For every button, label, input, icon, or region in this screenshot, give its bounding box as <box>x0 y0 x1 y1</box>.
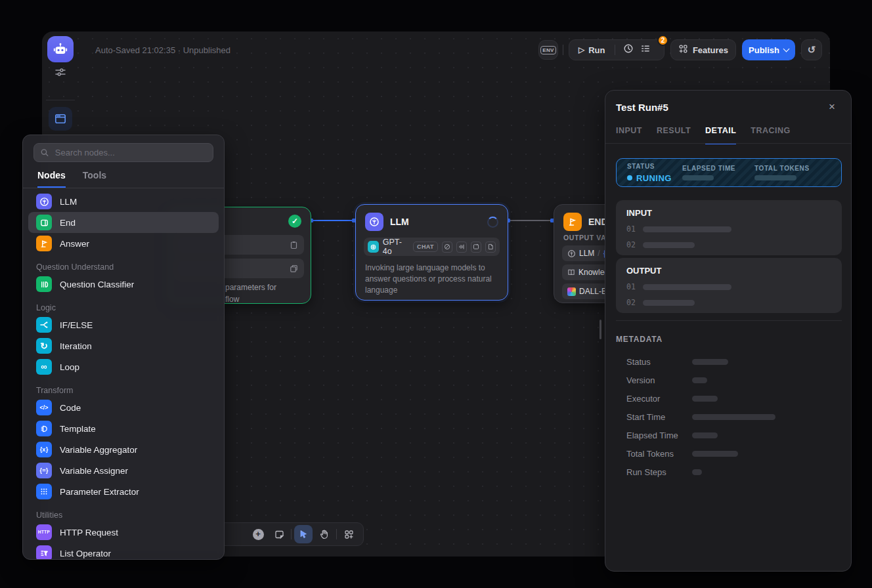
node-item-loop[interactable]: ∞ Loop <box>28 356 219 377</box>
running-dot-icon <box>627 175 632 180</box>
node-item-ifelse[interactable]: IF/ELSE <box>28 314 219 335</box>
llm-node[interactable]: LLM GPT-4o CHAT Invoking large language … <box>355 204 508 301</box>
document-capability-icon <box>485 242 496 253</box>
node-picker-panel: Nodes Tools LLM End Answer Question Unde… <box>22 135 225 560</box>
autosave-status: Auto-Saved 21:02:35 · Unpublished <box>95 45 230 55</box>
add-note-button[interactable] <box>270 525 288 543</box>
hand-icon <box>319 529 330 539</box>
run-button[interactable]: ▷ Run <box>569 45 615 55</box>
node-item-variable-aggregator[interactable]: {x} Variable Aggregator <box>28 439 219 460</box>
node-list: LLM End Answer Question Understand Quest… <box>23 188 224 559</box>
run-group-divider <box>615 45 615 55</box>
node-item-llm[interactable]: LLM <box>28 191 219 212</box>
end-icon <box>36 215 52 230</box>
tabs-divider <box>605 143 851 144</box>
node-item-parameter-extractor[interactable]: Parameter Extractor <box>28 481 219 502</box>
node-item-list-operator[interactable]: List Operator <box>28 543 219 559</box>
output-skeleton <box>643 284 731 290</box>
input-card: INPUT 01 02 <box>616 200 842 255</box>
tab-nodes[interactable]: Nodes <box>37 170 66 188</box>
loop-icon: ∞ <box>36 359 52 375</box>
preview-window-button[interactable] <box>49 107 72 131</box>
node-section-logic: Logic <box>23 295 224 314</box>
tab-tools[interactable]: Tools <box>83 170 106 188</box>
env-button[interactable]: ENV <box>538 40 558 60</box>
metadata-skeleton <box>692 414 775 420</box>
output-card: OUTPUT 01 02 <box>616 258 842 313</box>
checklist-icon[interactable] <box>640 43 651 56</box>
metadata-divider <box>616 320 842 321</box>
tab-input[interactable]: INPUT <box>616 126 642 144</box>
knowledge-icon <box>567 268 575 276</box>
history-icon: ↺ <box>808 44 816 56</box>
node-item-variable-assigner[interactable]: {=} Variable Assigner <box>28 460 219 481</box>
node-item-http-request[interactable]: HTTP HTTP Request <box>28 522 219 543</box>
tab-tracing[interactable]: TRACING <box>751 126 790 144</box>
node-item-template[interactable]: Template <box>28 418 219 439</box>
cursor-icon <box>299 530 308 539</box>
close-icon[interactable]: × <box>829 100 835 114</box>
workflow-app: Auto-Saved 21:02:35 · Unpublished ENV ▷ … <box>0 0 872 588</box>
elapsed-time-label: ELAPSED TIME <box>682 165 754 172</box>
pointer-tool-button[interactable] <box>294 525 313 543</box>
sliders-icon <box>54 66 67 79</box>
question-classifier-icon <box>36 276 52 292</box>
topbar-divider <box>563 45 563 55</box>
node-panel-tabs: Nodes Tools <box>23 162 224 188</box>
window-icon <box>54 112 67 125</box>
total-tokens-skeleton <box>754 175 796 180</box>
node-item-iteration[interactable]: ↻ Iteration <box>28 335 219 356</box>
node-section-transform: Transform <box>23 377 224 397</box>
metadata-skeleton <box>692 359 728 365</box>
parameter-extractor-icon <box>36 484 52 499</box>
node-item-question-classifier[interactable]: Question Classifier <box>28 274 219 295</box>
model-name: GPT-4o <box>383 238 409 256</box>
node-search-box[interactable] <box>33 143 213 162</box>
tab-detail[interactable]: DETAIL <box>705 126 736 144</box>
app-icon[interactable] <box>47 36 74 62</box>
template-icon <box>36 421 52 436</box>
openai-icon <box>368 241 379 253</box>
features-button[interactable]: Features <box>670 39 736 60</box>
audio-capability-icon <box>456 242 467 253</box>
image-capability-icon <box>471 242 481 253</box>
node-section-question-understand: Question Understand <box>23 254 224 274</box>
chat-badge: CHAT <box>413 242 438 252</box>
issues-badge[interactable]: 2 <box>657 35 668 46</box>
code-icon: </> <box>36 400 52 415</box>
llm-icon <box>36 194 52 209</box>
organize-nodes-button[interactable] <box>339 525 358 543</box>
tab-result[interactable]: RESULT <box>657 126 691 144</box>
note-icon <box>274 530 284 539</box>
metadata-skeleton <box>692 469 702 475</box>
vision-capability-icon <box>442 242 452 253</box>
organize-icon <box>344 530 354 539</box>
run-history-icon[interactable] <box>623 43 634 56</box>
node-item-code[interactable]: </> Code <box>28 397 219 418</box>
llm-ref-icon <box>567 249 576 258</box>
paste-icon <box>290 241 298 249</box>
status-label: STATUS <box>627 163 682 170</box>
version-history-button[interactable]: ↺ <box>801 39 822 60</box>
node-item-end[interactable]: End <box>28 212 219 233</box>
robot-icon <box>53 41 68 57</box>
preferences-button[interactable] <box>53 65 68 79</box>
run-button-group: ▷ Run 2 <box>569 39 665 60</box>
input-skeleton <box>643 242 695 248</box>
metadata-skeleton <box>692 396 718 402</box>
hand-tool-button[interactable] <box>315 525 334 543</box>
test-run-panel: Test Run#5 × INPUT RESULT DETAIL TRACING… <box>605 90 852 572</box>
running-spinner-icon <box>487 217 498 228</box>
edge-llm-to-end <box>508 220 554 221</box>
ifelse-icon <box>36 317 52 333</box>
run-status-card: STATUS RUNING ELAPSED TIME TOTAL TOKENS <box>616 158 842 187</box>
model-selector[interactable]: GPT-4o CHAT <box>364 238 500 256</box>
node-item-answer[interactable]: Answer <box>28 233 219 254</box>
list-operator-icon <box>36 545 52 559</box>
publish-button[interactable]: Publish <box>742 39 795 60</box>
panel-resize-handle[interactable] <box>600 320 601 339</box>
node-search-input[interactable] <box>54 147 207 158</box>
add-node-button[interactable]: + <box>249 525 267 543</box>
metadata-skeleton <box>692 377 707 383</box>
llm-node-icon <box>365 213 383 231</box>
